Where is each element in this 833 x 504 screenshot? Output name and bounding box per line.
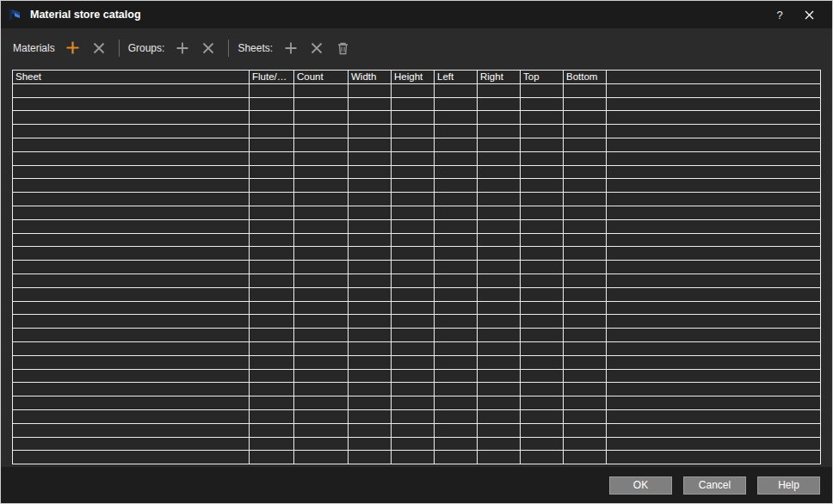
table-cell[interactable] — [435, 287, 478, 301]
cancel-button[interactable]: Cancel — [683, 476, 746, 495]
table-cell[interactable] — [478, 193, 521, 206]
table-cell[interactable] — [349, 247, 392, 261]
add-group-button[interactable] — [171, 37, 194, 59]
table-cell[interactable] — [607, 179, 821, 193]
table-cell[interactable] — [13, 233, 250, 247]
table-row[interactable] — [13, 451, 821, 464]
table-cell[interactable] — [13, 97, 250, 111]
table-cell[interactable] — [13, 315, 250, 329]
table-cell[interactable] — [250, 329, 294, 342]
titlebar-help-button[interactable]: ? — [765, 1, 794, 28]
table-cell[interactable] — [294, 261, 349, 274]
table-cell[interactable] — [521, 369, 564, 383]
table-cell[interactable] — [521, 138, 564, 151]
column-header-filler[interactable] — [607, 71, 821, 84]
table-cell[interactable] — [13, 206, 250, 219]
table-cell[interactable] — [294, 111, 349, 125]
column-header-sheet[interactable]: Sheet — [13, 71, 250, 84]
table-cell[interactable] — [478, 179, 521, 193]
table-cell[interactable] — [294, 274, 349, 287]
table-row[interactable] — [13, 355, 821, 369]
table-cell[interactable] — [13, 437, 250, 451]
table-cell[interactable] — [607, 329, 821, 342]
table-cell[interactable] — [349, 369, 392, 383]
table-cell[interactable] — [521, 329, 564, 342]
table-cell[interactable] — [250, 369, 294, 383]
table-cell[interactable] — [564, 423, 607, 437]
table-cell[interactable] — [564, 151, 607, 165]
table-cell[interactable] — [294, 193, 349, 206]
table-cell[interactable] — [13, 247, 250, 261]
table-row[interactable] — [13, 111, 821, 125]
table-cell[interactable] — [435, 341, 478, 355]
table-cell[interactable] — [478, 219, 521, 233]
table-cell[interactable] — [349, 329, 392, 342]
table-cell[interactable] — [13, 111, 250, 125]
table-cell[interactable] — [435, 219, 478, 233]
table-cell[interactable] — [294, 409, 349, 423]
table-cell[interactable] — [392, 287, 435, 301]
table-cell[interactable] — [392, 383, 435, 396]
table-cell[interactable] — [392, 329, 435, 342]
table-cell[interactable] — [13, 451, 250, 464]
table-cell[interactable] — [521, 193, 564, 206]
table-cell[interactable] — [349, 423, 392, 437]
table-cell[interactable] — [392, 315, 435, 329]
table-cell[interactable] — [521, 451, 564, 464]
table-row[interactable] — [13, 261, 821, 274]
table-cell[interactable] — [478, 261, 521, 274]
table-cell[interactable] — [478, 97, 521, 111]
table-cell[interactable] — [564, 287, 607, 301]
table-cell[interactable] — [392, 396, 435, 410]
table-cell[interactable] — [349, 138, 392, 151]
table-cell[interactable] — [294, 165, 349, 179]
table-cell[interactable] — [435, 206, 478, 219]
table-cell[interactable] — [478, 301, 521, 315]
table-cell[interactable] — [435, 423, 478, 437]
column-header-bottom[interactable]: Bottom — [564, 71, 607, 84]
table-cell[interactable] — [250, 165, 294, 179]
table-cell[interactable] — [478, 138, 521, 151]
table-row[interactable] — [13, 383, 821, 396]
table-cell[interactable] — [250, 287, 294, 301]
table-row[interactable] — [13, 341, 821, 355]
table-cell[interactable] — [349, 111, 392, 125]
table-cell[interactable] — [564, 165, 607, 179]
table-cell[interactable] — [435, 151, 478, 165]
table-cell[interactable] — [435, 247, 478, 261]
table-cell[interactable] — [13, 369, 250, 383]
table-cell[interactable] — [250, 261, 294, 274]
table-cell[interactable] — [435, 274, 478, 287]
table-cell[interactable] — [294, 423, 349, 437]
table-cell[interactable] — [294, 138, 349, 151]
table-cell[interactable] — [478, 287, 521, 301]
table-cell[interactable] — [294, 83, 349, 97]
table-cell[interactable] — [435, 125, 478, 138]
table-cell[interactable] — [294, 341, 349, 355]
table-cell[interactable] — [521, 355, 564, 369]
table-cell[interactable] — [349, 451, 392, 464]
table-cell[interactable] — [250, 83, 294, 97]
table-cell[interactable] — [435, 233, 478, 247]
table-cell[interactable] — [478, 409, 521, 423]
table-cell[interactable] — [294, 383, 349, 396]
table-cell[interactable] — [13, 341, 250, 355]
table-row[interactable] — [13, 437, 821, 451]
table-cell[interactable] — [349, 261, 392, 274]
table-cell[interactable] — [478, 111, 521, 125]
table-cell[interactable] — [607, 111, 821, 125]
table-cell[interactable] — [435, 138, 478, 151]
table-cell[interactable] — [294, 451, 349, 464]
table-cell[interactable] — [349, 97, 392, 111]
table-cell[interactable] — [250, 451, 294, 464]
table-cell[interactable] — [564, 125, 607, 138]
table-cell[interactable] — [392, 274, 435, 287]
table-cell[interactable] — [478, 396, 521, 410]
table-cell[interactable] — [349, 315, 392, 329]
table-cell[interactable] — [435, 396, 478, 410]
table-cell[interactable] — [564, 274, 607, 287]
column-header-width[interactable]: Width — [349, 71, 392, 84]
table-cell[interactable] — [294, 396, 349, 410]
ok-button[interactable]: OK — [609, 476, 672, 495]
table-cell[interactable] — [294, 233, 349, 247]
